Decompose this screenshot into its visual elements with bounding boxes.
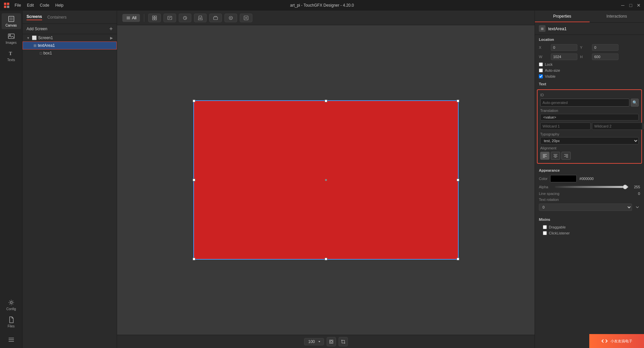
w-input[interactable] — [551, 53, 577, 60]
svg-point-9 — [10, 302, 12, 304]
zoom-control[interactable]: 100 — [304, 338, 324, 345]
tree-box1[interactable]: □ box1 — [23, 49, 117, 57]
left-panel: Screens Containers Add Screen + ▼ ⬜ Scre… — [23, 11, 117, 348]
canvas-viewport[interactable] — [117, 25, 535, 335]
handle-middle-right[interactable] — [457, 179, 459, 181]
alignment-label: Alignment — [540, 146, 556, 150]
sidebar-item-canvas[interactable]: Canvas — [2, 13, 21, 29]
autosize-checkbox[interactable] — [539, 68, 543, 72]
tree-textarea1[interactable]: ⊞ textArea1 — [23, 42, 117, 49]
add-screen-button[interactable]: + — [109, 26, 113, 32]
minimize-button[interactable]: ─ — [620, 3, 625, 8]
handle-top-center[interactable] — [325, 100, 327, 102]
lock-checkbox[interactable] — [539, 62, 543, 66]
h-label: H — [580, 55, 589, 59]
screen1-label: Screen1 — [38, 36, 53, 40]
text-rotation-label: Text rotation — [535, 197, 644, 202]
bottom-banner: 小友友搞电子 — [589, 334, 644, 348]
color-preview[interactable] — [550, 175, 577, 182]
toolbar-all-btn[interactable]: All — [122, 14, 140, 22]
visible-label: Visible — [545, 74, 555, 78]
menu-file[interactable]: File — [12, 2, 24, 9]
visible-checkbox[interactable] — [539, 74, 543, 78]
menu-edit[interactable]: Edit — [24, 2, 36, 9]
autosize-label: Auto-size — [545, 68, 560, 72]
props-tabs: Properties Interactions — [535, 11, 644, 23]
menu-help[interactable]: Help — [53, 2, 66, 9]
toolbar-btn-7[interactable] — [225, 14, 237, 22]
align-right-btn[interactable] — [561, 152, 571, 160]
toolbar-btn-4[interactable] — [179, 14, 191, 22]
sidebar-icons: Canvas Images T Texts Config — [0, 11, 23, 348]
maximize-button[interactable]: □ — [628, 3, 633, 8]
location-section-title: Location — [535, 35, 644, 43]
sidebar-item-config[interactable]: Config — [2, 297, 21, 313]
typography-select[interactable]: test, 20px — [540, 137, 639, 144]
sidebar-config-label: Config — [6, 307, 16, 311]
canvas-fit-btn[interactable] — [327, 337, 336, 346]
close-button[interactable]: ✕ — [636, 3, 641, 8]
svg-point-22 — [200, 18, 201, 19]
sidebar-item-texts[interactable]: T Texts — [2, 48, 21, 64]
h-input[interactable] — [592, 53, 618, 60]
toolbar-btn-2[interactable] — [148, 14, 161, 22]
sidebar-item-images[interactable]: Images — [2, 31, 21, 46]
draggable-checkbox[interactable] — [543, 225, 547, 229]
containers-tab[interactable]: Containers — [47, 15, 67, 20]
screens-tab[interactable]: Screens — [27, 14, 42, 20]
screen1-play-btn[interactable]: ▶ — [110, 36, 113, 40]
tab-interactions[interactable]: Interactions — [590, 11, 644, 22]
wildcard2-input[interactable] — [592, 123, 642, 130]
right-panel: Properties Interactions ⊞ textArea1 Loca… — [535, 11, 644, 348]
clicklistener-row: ClickListener — [539, 230, 640, 236]
tab-properties[interactable]: Properties — [535, 11, 590, 22]
screens-header: Screens Containers — [23, 11, 117, 24]
code-icon — [601, 338, 608, 344]
svg-rect-5 — [10, 17, 13, 21]
svg-rect-17 — [155, 16, 157, 18]
canvas-crop-btn[interactable] — [339, 337, 348, 346]
menu-code[interactable]: Code — [37, 2, 52, 9]
widget-name: textArea1 — [548, 26, 567, 31]
align-left-btn[interactable] — [540, 152, 549, 160]
alpha-slider[interactable] — [555, 186, 628, 188]
text-id-row: 🔍 — [538, 97, 641, 108]
toolbar-btn-6[interactable] — [209, 14, 222, 22]
svg-rect-19 — [155, 18, 157, 20]
handle-bottom-center[interactable] — [325, 258, 327, 260]
toolbar-btn-3[interactable] — [163, 14, 176, 22]
appearance-section-title: Appearance — [535, 166, 644, 174]
tree-screen1[interactable]: ▼ ⬜ Screen1 ▶ — [23, 34, 117, 42]
widget-header: ⊞ textArea1 — [535, 23, 644, 35]
toolbar-all-label: All — [132, 16, 136, 20]
rotation-select[interactable]: 0 — [539, 204, 632, 211]
handle-middle-left[interactable] — [193, 179, 195, 181]
handle-bottom-right[interactable] — [457, 258, 459, 260]
sidebar-images-label: Images — [6, 41, 17, 44]
canvas-frame — [193, 100, 459, 260]
handle-top-right[interactable] — [457, 100, 459, 102]
lock-label: Lock — [545, 62, 552, 66]
wildcard1-input[interactable] — [540, 123, 591, 130]
handle-bottom-left[interactable] — [193, 258, 195, 260]
text-id-input[interactable] — [540, 99, 629, 107]
y-input[interactable] — [592, 44, 618, 51]
box-icon: □ — [40, 51, 42, 55]
lock-row: Lock — [535, 61, 644, 67]
color-label: Color — [539, 177, 547, 181]
canvas-area: All — [117, 11, 535, 348]
sidebar-item-files[interactable]: Files — [2, 314, 21, 330]
svg-rect-28 — [342, 340, 345, 343]
sidebar-item-menu[interactable] — [2, 334, 21, 345]
x-input[interactable] — [551, 44, 577, 51]
svg-point-27 — [330, 341, 332, 343]
sidebar-texts-label: Texts — [7, 58, 15, 62]
text-search-btn[interactable]: 🔍 — [631, 99, 639, 107]
translation-label: Translation — [538, 108, 641, 113]
toolbar-btn-8[interactable] — [240, 14, 252, 22]
align-center-btn[interactable] — [551, 152, 560, 160]
typography-row: Typography test, 20px — [538, 131, 641, 145]
toolbar-btn-5[interactable] — [194, 14, 207, 22]
handle-top-left[interactable] — [193, 100, 195, 102]
clicklistener-checkbox[interactable] — [543, 231, 547, 235]
